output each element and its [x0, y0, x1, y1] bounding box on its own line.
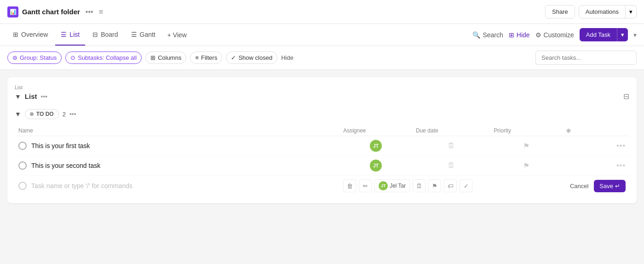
customize-icon: ⚙ — [535, 31, 541, 39]
status-header[interactable]: ▼ TO DO 2 ••• — [15, 106, 629, 122]
task-status-circle[interactable] — [18, 142, 27, 150]
task-name-text[interactable]: This is your first task — [31, 142, 90, 149]
subtasks-icon: ⊙ — [70, 54, 75, 61]
list-name: List — [25, 92, 37, 100]
filters-chip[interactable]: ≡ Filters — [190, 52, 222, 64]
tab-board[interactable]: ⊟ Board — [87, 24, 123, 46]
collapse-right-button[interactable]: ⊟ — [623, 92, 629, 101]
col-header-add[interactable]: ⊕ — [563, 124, 629, 136]
board-label: Board — [101, 31, 118, 38]
add-task-chevron-button[interactable]: ▾ — [617, 28, 628, 41]
customize-label: Customize — [544, 31, 574, 39]
add-view-button[interactable]: + View — [163, 31, 191, 39]
new-task-date-btn[interactable]: 🗓 — [413, 179, 426, 192]
filter-bar: ⊚ Group: Status ⊙ Subtasks: Collapse all… — [0, 46, 644, 70]
new-task-icon-btn-2[interactable]: ✏ — [359, 179, 372, 192]
avatar[interactable]: JT — [370, 140, 382, 152]
search-icon: 🔍 — [472, 31, 480, 39]
share-button[interactable]: Share — [545, 5, 575, 18]
task-priority-cell: ⚑ — [490, 136, 563, 156]
cancel-button[interactable]: Cancel — [566, 180, 592, 192]
top-bar-left: 📊 Gantt chart folder ••• ≡ — [7, 6, 103, 17]
save-button[interactable]: Save ↵ — [594, 180, 626, 192]
save-label: Save — [599, 183, 613, 189]
task-assignee-cell: JT — [339, 156, 412, 176]
task-duedate-cell: 🗓 — [412, 136, 490, 156]
table-row: This is your second task JT 🗓 — [15, 156, 629, 176]
overview-icon: ⊞ — [13, 31, 18, 38]
nav-bar: ⊞ Overview ☰ List ⊟ Board ☰ Gantt + View… — [0, 24, 644, 46]
list-icon: ☰ — [61, 31, 67, 38]
col-header-duedate: Due date — [412, 124, 490, 136]
due-date-icon[interactable]: 🗓 — [448, 142, 455, 150]
hamburger-button[interactable]: ≡ — [99, 8, 103, 16]
filter-hide-label[interactable]: Hide — [281, 54, 293, 61]
group-status-chip[interactable]: ⊚ Group: Status — [7, 52, 62, 64]
subtasks-chip[interactable]: ⊙ Subtasks: Collapse all — [65, 52, 142, 64]
table-row: This is your first task JT 🗓 — [15, 136, 629, 156]
task-status-circle[interactable] — [18, 161, 27, 170]
gantt-label: Gantt — [140, 31, 155, 38]
new-task-tag-btn[interactable]: 🏷 — [444, 179, 457, 192]
search-action[interactable]: 🔍 Search — [472, 31, 503, 39]
new-task-check-btn[interactable]: ✓ — [460, 179, 472, 192]
nav-tabs: ⊞ Overview ☰ List ⊟ Board ☰ Gantt + View — [7, 24, 191, 46]
new-task-assignee-action[interactable]: JT Jel Tar — [374, 179, 410, 192]
nav-more-button[interactable]: ▾ — [633, 31, 637, 39]
task-name-text[interactable]: This is your second task — [31, 162, 100, 169]
new-task-save-cell: Cancel Save ↵ — [563, 176, 629, 196]
priority-icon[interactable]: ⚑ — [523, 142, 529, 150]
add-task-button[interactable]: Add Task — [580, 28, 617, 41]
show-closed-chip[interactable]: ✓ Show closed — [226, 52, 277, 64]
subtasks-label: Subtasks: Collapse all — [78, 54, 137, 61]
group-status-icon: ⊚ — [12, 54, 17, 61]
list-more-button[interactable]: ••• — [41, 93, 48, 100]
tab-list[interactable]: ☰ List — [55, 24, 85, 46]
folder-dots-button[interactable]: ••• — [84, 7, 95, 17]
columns-icon: ⊞ — [150, 54, 155, 61]
task-priority-cell: ⚑ — [490, 156, 563, 176]
task-name-cell: This is your second task — [15, 156, 339, 176]
status-label: TO DO — [36, 111, 54, 117]
task-assignee-cell: JT — [339, 136, 412, 156]
list-collapse-button[interactable]: ▼ — [15, 93, 21, 100]
customize-action[interactable]: ⚙ Customize — [535, 31, 574, 39]
app-icon: 📊 — [7, 6, 18, 17]
filter-left: ⊚ Group: Status ⊙ Subtasks: Collapse all… — [7, 52, 293, 64]
automations-button[interactable]: Automations — [579, 5, 626, 18]
col-header-priority: Priority — [490, 124, 563, 136]
task-table: Name Assignee Due date Priority ⊕ This i — [15, 124, 629, 196]
task-actions-cell: ••• — [563, 136, 629, 156]
list-label: List — [69, 31, 80, 38]
new-task-circle — [18, 182, 27, 190]
automations-group: Automations ▾ — [579, 5, 637, 18]
list-container: List ▼ List ••• ⊟ ▼ TO DO 2 ••• — [7, 77, 637, 203]
new-task-input[interactable] — [31, 182, 336, 189]
avatar[interactable]: JT — [370, 160, 382, 172]
due-date-icon[interactable]: 🗓 — [448, 161, 455, 170]
row-more-button[interactable]: ••• — [616, 142, 626, 150]
col-header-name: Name — [15, 124, 339, 136]
priority-icon[interactable]: ⚑ — [523, 161, 529, 170]
status-more-button[interactable]: ••• — [69, 110, 76, 118]
columns-chip[interactable]: ⊞ Columns — [145, 52, 186, 64]
search-tasks-input[interactable] — [535, 51, 637, 65]
nav-right: 🔍 Search ⊞ Hide ⚙ Customize Add Task ▾ ▾ — [472, 28, 637, 41]
tab-gantt[interactable]: ☰ Gantt — [126, 24, 161, 46]
show-closed-icon: ✓ — [231, 54, 236, 61]
new-task-avatar: JT — [379, 181, 388, 190]
row-more-button[interactable]: ••• — [616, 161, 626, 170]
add-task-group: Add Task ▾ — [580, 28, 628, 41]
tab-overview[interactable]: ⊞ Overview — [7, 24, 53, 46]
task-duedate-cell: 🗓 — [412, 156, 490, 176]
overview-label: Overview — [21, 31, 48, 38]
columns-label: Columns — [158, 54, 181, 61]
automations-chevron-button[interactable]: ▾ — [626, 5, 637, 18]
hide-action[interactable]: ⊞ Hide — [509, 31, 530, 39]
status-section: ▼ TO DO 2 ••• Name Assignee Due date Pri… — [15, 106, 629, 196]
table-header-row: Name Assignee Due date Priority ⊕ — [15, 124, 629, 136]
new-task-priority-btn[interactable]: ⚑ — [428, 179, 441, 192]
new-task-icon-btn-1[interactable]: 🗑 — [343, 179, 356, 192]
list-header: List ▼ List ••• ⊟ — [15, 85, 629, 101]
save-enter-icon: ↵ — [615, 183, 620, 189]
